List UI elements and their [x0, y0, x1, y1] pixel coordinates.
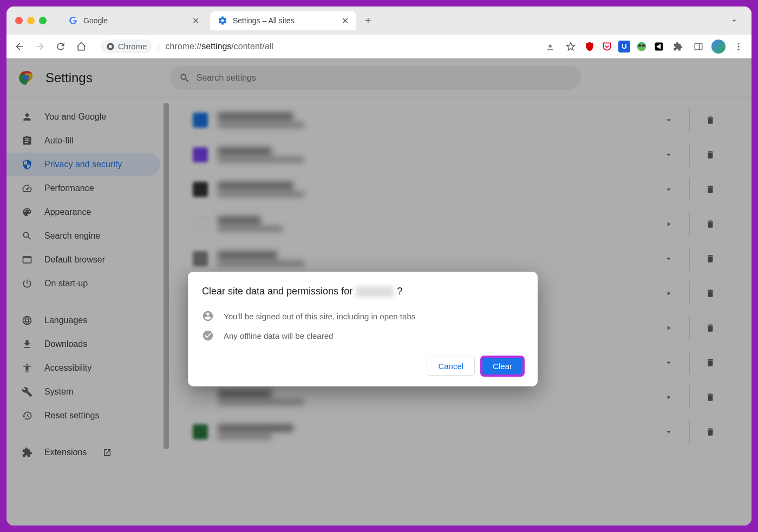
sidebar-item-autofill[interactable]: Auto-fill [6, 129, 160, 153]
sidebar-item-extensions[interactable]: Extensions [6, 441, 160, 464]
settings-favicon [218, 16, 227, 25]
back-button[interactable] [12, 39, 27, 54]
delete-button[interactable] [698, 420, 722, 444]
site-row[interactable] [185, 207, 730, 241]
expand-button[interactable] [657, 351, 681, 375]
delete-button[interactable] [698, 281, 722, 305]
details-button[interactable] [657, 316, 681, 340]
search-settings-input[interactable] [197, 73, 571, 83]
sidebar-item-startup[interactable]: On start-up [6, 272, 160, 295]
content-area: Settings You and Google Auto-fill Privac… [6, 58, 752, 526]
person-circle-icon [202, 310, 214, 322]
menu-button[interactable] [731, 39, 746, 54]
search-icon [179, 73, 190, 83]
tab-settings[interactable]: Settings – All sites ✕ [210, 11, 356, 30]
details-button[interactable] [657, 385, 681, 409]
sidebar-item-appearance[interactable]: Appearance [6, 200, 160, 224]
svg-point-10 [738, 45, 740, 47]
sidebar-item-you[interactable]: You and Google [6, 105, 160, 129]
bitwarden-extension-icon[interactable]: U [618, 41, 630, 52]
side-panel-button[interactable] [691, 39, 706, 54]
window-controls [15, 17, 47, 24]
power-icon [22, 278, 34, 289]
profile-avatar[interactable] [711, 40, 726, 54]
search-icon [22, 231, 34, 241]
dialog-info-row: You'll be signed out of this site, inclu… [202, 310, 524, 322]
delete-button[interactable] [698, 316, 722, 340]
site-row[interactable] [185, 415, 730, 449]
site-chip: Chrome [101, 40, 152, 53]
delete-button[interactable] [698, 247, 722, 271]
sidebar-item-performance[interactable]: Performance [6, 176, 160, 200]
settings-sidebar: You and Google Auto-fill Privacy and sec… [6, 97, 169, 526]
delete-button[interactable] [698, 212, 722, 236]
svg-point-4 [638, 44, 641, 47]
delete-button[interactable] [698, 351, 722, 375]
site-row[interactable] [185, 241, 730, 276]
expand-button[interactable] [657, 178, 681, 201]
clear-button[interactable]: Clear [481, 357, 524, 376]
close-tab-icon[interactable]: ✕ [342, 16, 349, 26]
tab-google[interactable]: Google ✕ [61, 11, 207, 30]
globe-icon [22, 315, 34, 326]
delete-button[interactable] [698, 178, 722, 201]
home-button[interactable] [74, 39, 89, 54]
clipboard-icon [22, 135, 34, 146]
tab-overflow-button[interactable] [722, 16, 746, 25]
sidebar-item-reset[interactable]: Reset settings [6, 404, 160, 428]
delete-button[interactable] [698, 108, 722, 132]
accessibility-icon [22, 363, 34, 373]
reload-button[interactable] [53, 39, 68, 54]
restore-icon [22, 410, 34, 421]
svg-point-3 [637, 42, 646, 51]
share-icon[interactable] [543, 39, 558, 54]
bookmark-icon[interactable] [563, 39, 578, 54]
sidebar-item-downloads[interactable]: Downloads [6, 332, 160, 356]
dialog-info-row: Any offline data will be cleared [202, 330, 524, 341]
svg-rect-7 [695, 43, 702, 50]
check-circle-icon [202, 330, 214, 341]
download-icon [22, 339, 34, 350]
omnibox[interactable]: Chrome | chrome://settings/content/all [94, 38, 537, 55]
sidebar-item-default-browser[interactable]: Default browser [6, 248, 160, 272]
expand-button[interactable] [657, 108, 681, 132]
close-tab-icon[interactable]: ✕ [192, 16, 199, 26]
delete-button[interactable] [698, 143, 722, 167]
details-button[interactable] [657, 212, 681, 236]
cancel-button[interactable]: Cancel [427, 357, 475, 376]
close-window-button[interactable] [15, 17, 23, 24]
sidebar-item-languages[interactable]: Languages [6, 308, 160, 332]
sidebar-scrollbar[interactable] [164, 103, 169, 449]
svg-point-5 [642, 44, 645, 47]
maximize-window-button[interactable] [39, 17, 47, 24]
site-row[interactable] [185, 137, 730, 172]
delete-button[interactable] [698, 385, 722, 409]
shield-icon [22, 159, 34, 170]
expand-button[interactable] [657, 143, 681, 167]
new-tab-button[interactable]: + [360, 15, 377, 27]
pocket-extension-icon[interactable] [601, 41, 613, 52]
tab-strip: Google ✕ Settings – All sites ✕ + [6, 6, 752, 35]
sidebar-item-system[interactable]: System [6, 380, 160, 404]
site-row[interactable] [185, 172, 730, 207]
google-favicon [68, 16, 78, 25]
search-settings[interactable] [169, 66, 581, 90]
sidebar-item-privacy[interactable]: Privacy and security [6, 153, 160, 176]
expand-button[interactable] [657, 420, 681, 444]
sidebar-item-accessibility[interactable]: Accessibility [6, 356, 160, 380]
extensions-button[interactable] [670, 39, 685, 54]
details-button[interactable] [657, 281, 681, 305]
ublock-extension-icon[interactable] [584, 41, 596, 52]
site-row[interactable] [185, 103, 730, 137]
extension-icon[interactable] [653, 41, 665, 52]
speedometer-icon [22, 183, 34, 194]
svg-point-2 [109, 45, 112, 48]
forward-button[interactable] [32, 39, 48, 54]
person-icon [22, 111, 34, 122]
svg-point-9 [738, 43, 740, 44]
minimize-window-button[interactable] [27, 17, 35, 24]
dialog-actions: Cancel Clear [202, 357, 524, 376]
expand-button[interactable] [657, 247, 681, 271]
extension-icon[interactable] [636, 41, 648, 52]
sidebar-item-search[interactable]: Search engine [6, 224, 160, 248]
